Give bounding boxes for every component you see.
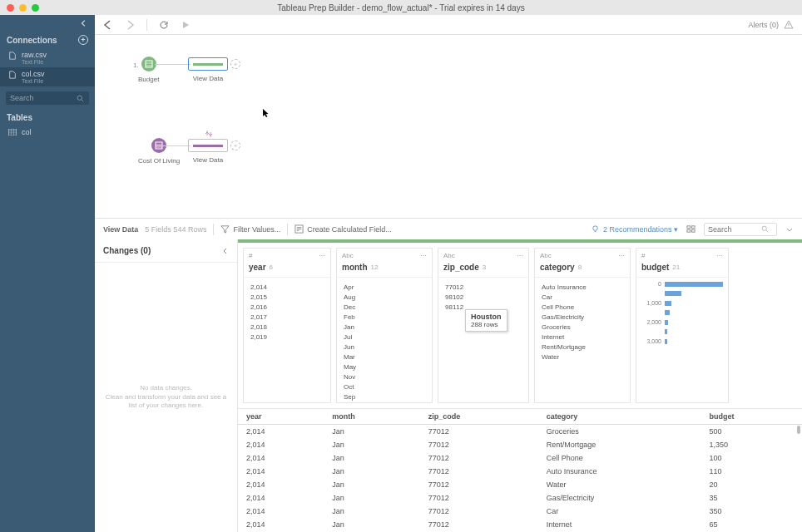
profile-value[interactable]: Feb	[340, 313, 428, 322]
profile-cards: Houston 288 rows #⋯year 62,0142,0152,016…	[238, 243, 802, 408]
collapse-sidebar-icon[interactable]	[80, 19, 88, 27]
input-node-col[interactable]: Cost Of Living	[138, 138, 180, 165]
field-name: category	[540, 263, 575, 272]
add-step-button[interactable]: +	[230, 59, 240, 69]
forward-button[interactable]	[125, 20, 135, 30]
profile-value[interactable]: Apr	[340, 283, 428, 292]
profile-value[interactable]: Oct	[340, 382, 428, 392]
recommendations-dropdown[interactable]: 2 Recommendations ▾	[591, 224, 678, 234]
changes-heading: Changes (0)	[103, 246, 151, 255]
table-row[interactable]: 2,014Jan77012Cell Phone100	[238, 451, 802, 465]
table-row[interactable]: 2,014Jan77012Internet65	[238, 518, 802, 531]
title-bar: Tableau Prep Builder - demo_flow_actual*…	[0, 0, 802, 15]
field-menu-icon[interactable]: ⋯	[517, 252, 523, 259]
profile-search[interactable]	[704, 223, 777, 236]
file-icon	[8, 52, 17, 60]
sidebar-search-input[interactable]	[10, 94, 77, 102]
profile-value[interactable]: Jul	[340, 332, 428, 342]
run-flow-button[interactable]	[181, 20, 191, 30]
changes-indicator-icon	[205, 131, 212, 137]
column-header[interactable]: category	[538, 409, 701, 425]
minimize-window[interactable]	[19, 4, 27, 12]
profile-value[interactable]: May	[340, 362, 428, 372]
alerts-label[interactable]: Alerts (0)	[748, 21, 779, 29]
profile-value[interactable]: 2,018	[247, 323, 327, 332]
profile-value[interactable]: Sep	[340, 392, 428, 401]
refresh-button[interactable]	[159, 20, 169, 30]
profile-value[interactable]: 2,015	[247, 293, 327, 302]
column-header[interactable]: budget	[701, 409, 803, 425]
profile-value[interactable]: Groceries	[538, 323, 626, 332]
add-step-button[interactable]: +	[230, 140, 240, 150]
search-icon	[77, 95, 84, 102]
profile-card[interactable]: #⋯budget 2101,0002,0003,000	[636, 248, 729, 403]
field-name: month	[342, 263, 368, 272]
profile-card[interactable]: #⋯year 62,0142,0152,0162,0172,0182,019	[243, 248, 331, 403]
table-item[interactable]: col	[0, 126, 95, 139]
back-button[interactable]	[103, 20, 113, 30]
table-row[interactable]: 2,014Jan77012Water20	[238, 478, 802, 491]
lightbulb-icon	[591, 224, 600, 234]
profile-value[interactable]: Dec	[340, 303, 428, 312]
connection-item[interactable]: raw.csvText File	[0, 48, 95, 67]
table-row[interactable]: 2,014Jan77012Gas/Electricity35	[238, 491, 802, 505]
profile-card[interactable]: Abc⋯month 12AprAugDecFebJanJulJunMarMayN…	[336, 248, 433, 403]
connection-item[interactable]: col.csvText File	[0, 67, 95, 86]
table-row[interactable]: 2,014Jan77012Groceries500	[238, 425, 802, 439]
column-header[interactable]: month	[324, 409, 419, 425]
more-options-icon[interactable]	[785, 225, 794, 234]
profile-value[interactable]: Jun	[340, 342, 428, 352]
profile-search-input[interactable]	[708, 225, 761, 234]
profile-value[interactable]: 98102	[442, 293, 525, 302]
profile-value[interactable]: Auto Insurance	[538, 283, 626, 292]
profile-value[interactable]: Aug	[340, 293, 428, 302]
table-row[interactable]: 2,014Jan77012Rent/Mortgage1,350	[238, 438, 802, 451]
profile-value[interactable]: Mar	[340, 352, 428, 362]
table-row[interactable]: 2,014Jan77012Car350	[238, 505, 802, 518]
collapse-pane-icon[interactable]	[222, 248, 229, 254]
profile-card[interactable]: Abc⋯category 8Auto InsuranceCarCell Phon…	[534, 248, 631, 403]
profile-value[interactable]: Jan	[340, 323, 428, 332]
profile-value[interactable]: Internet	[538, 332, 626, 342]
empty-changes-text: Clean and transform your data and see a …	[103, 393, 229, 411]
list-view-icon[interactable]	[686, 224, 696, 234]
field-menu-icon[interactable]: ⋯	[319, 252, 325, 259]
profile-value[interactable]: Gas/Electricity	[538, 313, 626, 322]
profile-value[interactable]: Cell Phone	[538, 303, 626, 312]
distinct-count: 21	[672, 264, 680, 271]
table-row[interactable]: 2,014Jan77012Auto Insurance110	[238, 465, 802, 478]
profile-value[interactable]: 2,016	[247, 303, 327, 312]
sidebar-search[interactable]	[6, 91, 89, 105]
scrollbar-thumb[interactable]	[797, 426, 800, 434]
close-window[interactable]	[7, 4, 14, 12]
create-calc-field-button[interactable]: Create Calculated Field...	[295, 224, 392, 234]
svg-point-10	[762, 226, 766, 230]
flow-canvas[interactable]: 1. Budget View Data + Cost Of Living Vie…	[95, 35, 802, 218]
profile-value[interactable]: 2,019	[247, 332, 327, 342]
profile-value[interactable]: 2,014	[247, 283, 327, 292]
profile-value[interactable]: 2,017	[247, 313, 327, 322]
clean-step-1[interactable]: View Data	[188, 57, 228, 82]
profile-value[interactable]: Nov	[340, 372, 428, 382]
data-grid[interactable]: yearmonthzip_codecategorybudget2,014Jan7…	[238, 408, 802, 532]
alert-icon[interactable]	[784, 20, 794, 30]
profile-value[interactable]: Rent/Mortgage	[538, 342, 626, 352]
empty-changes-title: No data changes.	[140, 384, 192, 392]
profile-value[interactable]: Car	[538, 293, 626, 302]
field-type: #	[249, 252, 252, 259]
field-menu-icon[interactable]: ⋯	[420, 252, 427, 259]
clean-step-2[interactable]: View Data	[188, 139, 228, 164]
column-header[interactable]: zip_code	[420, 409, 538, 425]
value-tooltip: Houston 288 rows	[465, 309, 507, 332]
input-node-budget[interactable]: Budget	[138, 57, 159, 83]
svg-rect-6	[687, 226, 691, 229]
filter-values-button[interactable]: Filter Values...	[220, 224, 280, 234]
column-header[interactable]: year	[238, 409, 324, 425]
profile-value[interactable]: 77012	[442, 283, 525, 292]
maximize-window[interactable]	[32, 4, 39, 12]
profile-value[interactable]: Water	[538, 352, 626, 362]
add-connection-button[interactable]: +	[78, 35, 88, 45]
field-menu-icon[interactable]: ⋯	[716, 252, 723, 259]
field-menu-icon[interactable]: ⋯	[618, 252, 625, 259]
svg-rect-8	[687, 229, 691, 232]
